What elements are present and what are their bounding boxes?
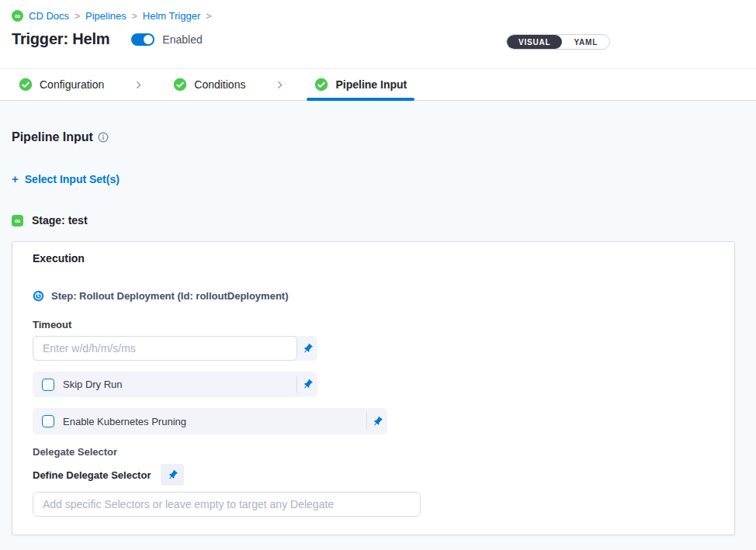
delegate-selector-input[interactable] [33,492,421,517]
breadcrumb: ∞ CD Docs > Pipelines > Helm Trigger > [12,10,744,22]
timeout-input-group [33,336,317,361]
checkbox-label: Skip Dry Run [63,379,123,390]
breadcrumb-separator: > [206,11,211,22]
delegate-selector-label: Delegate Selector [33,446,714,458]
tab-label: Configuration [40,78,104,91]
select-input-sets-link[interactable]: + Select Input Set(s) [12,172,120,185]
breadcrumb-separator: > [132,11,137,22]
visual-yaml-toggle: VISUAL YAML [506,34,610,50]
plus-icon: + [12,172,19,185]
page-title: Trigger: Helm [12,30,109,48]
breadcrumb-link-cd-docs[interactable]: CD Docs [29,10,69,22]
select-input-sets-label: Select Input Set(s) [25,173,120,185]
enabled-toggle-label: Enabled [162,33,202,46]
tab-pipeline-input[interactable]: Pipeline Input [307,69,414,100]
chevron-right-icon [134,80,144,90]
pipeline-input-panel: Pipeline Input + Select Input Set(s) ∞ S… [0,130,756,535]
pin-icon[interactable] [297,379,317,390]
yaml-mode-button[interactable]: YAML [562,35,609,49]
checkbox-label: Enable Kubernetes Pruning [63,416,186,427]
visual-mode-button[interactable]: VISUAL [507,35,562,49]
timeout-label: Timeout [33,319,714,330]
pin-icon[interactable] [297,336,317,361]
execution-card: Execution Step: Rollout Deployment (Id: … [12,241,735,535]
skip-dry-run-row[interactable]: Skip Dry Run [33,372,317,397]
page-header: ∞ CD Docs > Pipelines > Helm Trigger > T… [0,0,756,68]
tab-conditions[interactable]: Conditions [165,69,253,100]
stage-label: Stage: test [32,214,88,227]
enable-kubernetes-pruning-row[interactable]: Enable Kubernetes Pruning [33,408,387,434]
execution-card-title: Execution [33,252,714,265]
check-circle-icon [314,78,328,92]
breadcrumb-link-pipelines[interactable]: Pipelines [85,10,127,22]
step-header: Step: Rollout Deployment (Id: rolloutDep… [33,290,714,302]
timeout-input[interactable] [33,336,297,361]
tab-label: Conditions [194,78,245,91]
section-heading: Pipeline Input [12,130,744,144]
define-delegate-selector-label: Define Delegate Selector [33,469,151,481]
rollout-step-icon [33,290,44,302]
pin-button[interactable] [161,464,184,486]
stage-icon: ∞ [12,215,23,227]
toggle-knob [144,35,153,44]
define-delegate-selector-row: Define Delegate Selector [33,464,714,486]
breadcrumb-separator: > [75,11,80,22]
check-circle-icon [19,78,33,92]
tab-label: Pipeline Input [335,78,407,91]
skip-dry-run-checkbox[interactable] [42,379,54,391]
enable-kubernetes-pruning-checkbox[interactable] [42,415,54,427]
pin-icon[interactable] [367,416,387,427]
check-circle-icon [173,78,187,92]
step-label: Step: Rollout Deployment (Id: rolloutDep… [51,290,289,302]
wizard-tab-bar: Configuration Conditions Pipeline Input [0,68,756,101]
info-icon[interactable] [98,132,109,143]
section-title: Pipeline Input [12,130,93,144]
harness-cd-icon: ∞ [12,10,23,22]
enabled-toggle[interactable] [131,33,154,46]
breadcrumb-link-helm-trigger[interactable]: Helm Trigger [143,10,200,22]
chevron-right-icon [275,80,285,90]
stage-header: ∞ Stage: test [12,214,744,227]
tab-configuration[interactable]: Configuration [11,69,112,100]
title-row: Trigger: Helm Enabled [12,30,744,48]
